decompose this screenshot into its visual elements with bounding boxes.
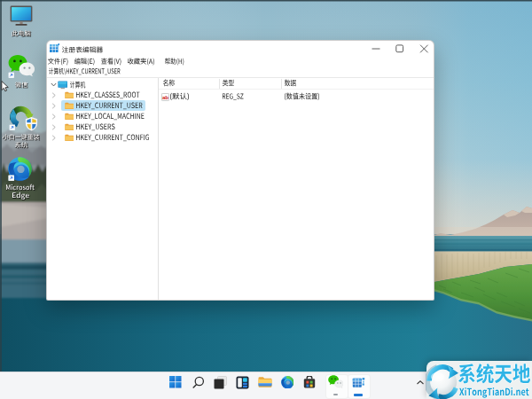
svg-text:ab: ab <box>162 93 168 99</box>
